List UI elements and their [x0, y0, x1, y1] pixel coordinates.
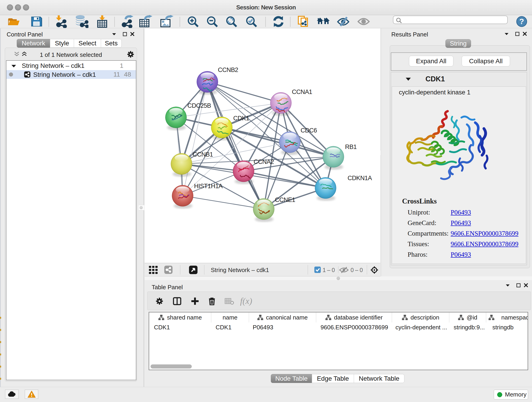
- warning-button[interactable]: [25, 390, 38, 399]
- status-bar: Memory: [0, 387, 532, 402]
- crosslink-link[interactable]: P06493: [451, 251, 471, 258]
- tab-style[interactable]: Style: [50, 39, 74, 48]
- graph-node-RB1[interactable]: [323, 146, 344, 170]
- graph-edge-CCNB2-HIST1H1A[interactable]: [183, 82, 207, 196]
- search-input[interactable]: [393, 16, 508, 24]
- hide-selected-icon[interactable]: [337, 16, 350, 27]
- float-panel-icon[interactable]: [505, 32, 509, 35]
- tab-select[interactable]: Select: [74, 39, 101, 48]
- tab-network[interactable]: Network: [17, 39, 50, 48]
- zoom-fit-icon[interactable]: [225, 16, 237, 27]
- graph-node-CCNA1[interactable]: [270, 92, 292, 116]
- background-artifact-dot: [0, 378, 1, 380]
- graph-edge-CCNA2-CDKN1A[interactable]: [244, 171, 326, 188]
- function-builder-icon[interactable]: f(x): [240, 296, 252, 306]
- horizontal-scrollbar[interactable]: [151, 364, 192, 369]
- left-splitter-handle[interactable]: [139, 205, 144, 211]
- collapse-gene-icon[interactable]: [405, 77, 411, 81]
- crosslink-link[interactable]: 9606.ENSP00000378699: [451, 240, 519, 248]
- delete-column-icon[interactable]: [208, 297, 216, 306]
- home-layout-icon[interactable]: [317, 16, 331, 27]
- maximize-panel-icon[interactable]: [515, 32, 519, 36]
- graph-node-CDC6[interactable]: [279, 132, 301, 155]
- column-header-database-identifier[interactable]: database identifier: [316, 313, 392, 322]
- column-header-shared-name[interactable]: shared name: [149, 313, 211, 322]
- help-icon[interactable]: ?: [516, 16, 527, 27]
- crosslink-link[interactable]: P06493: [451, 209, 471, 216]
- tab-string[interactable]: String: [445, 39, 471, 48]
- expand-all-button[interactable]: Expand All: [409, 56, 453, 66]
- save-session-icon[interactable]: [31, 16, 43, 27]
- export-image-icon[interactable]: [160, 15, 174, 28]
- cell-description[interactable]: cyclin-dependent ...: [395, 324, 447, 331]
- gene-section-header[interactable]: CDK1: [391, 72, 527, 86]
- graph-edge-CCNB2-CCNE1[interactable]: [207, 82, 264, 209]
- split-view-icon[interactable]: [173, 297, 181, 306]
- graph-node-HIST1H1A[interactable]: [172, 185, 193, 209]
- cell-name[interactable]: CDK1: [215, 324, 231, 331]
- close-panel-icon[interactable]: [523, 32, 527, 36]
- show-all-icon[interactable]: [357, 17, 370, 26]
- graph-node-CDK1[interactable]: [211, 117, 233, 140]
- selected-checkbox[interactable]: [314, 267, 321, 273]
- cell-namespace[interactable]: stringdb: [492, 324, 514, 331]
- cell-canonical-name[interactable]: P06493: [253, 324, 273, 331]
- graph-node-CCNB2[interactable]: [197, 71, 218, 95]
- tree-expander-icon[interactable]: [11, 64, 16, 68]
- birds-eye-icon[interactable]: [370, 266, 379, 274]
- maximize-panel-icon[interactable]: [123, 32, 127, 36]
- column-header-description[interactable]: description: [392, 313, 449, 322]
- grid-view-icon[interactable]: [149, 266, 160, 274]
- float-panel-icon[interactable]: [506, 284, 510, 287]
- zoom-out-icon[interactable]: [206, 16, 218, 27]
- network-options-gear-icon[interactable]: [127, 50, 135, 58]
- export-table-icon[interactable]: [139, 15, 152, 28]
- collapse-all-button[interactable]: Collapse All: [462, 56, 510, 66]
- delete-table-icon[interactable]: [225, 298, 234, 305]
- import-table-database-icon[interactable]: [75, 15, 89, 28]
- memory-button[interactable]: Memory: [494, 390, 528, 400]
- graph-edge-CCNB2-CCNA1[interactable]: [207, 82, 281, 103]
- cell-id[interactable]: stringdb:9...: [454, 324, 485, 331]
- network-canvas[interactable]: CCNB2CCNA1CDC25BCDK1CDC6RB1CCNB1CCNA2CDK…: [145, 28, 380, 263]
- column-header-namespace[interactable]: namespace: [486, 313, 528, 322]
- share-view-button[interactable]: [164, 266, 172, 274]
- zoom-in-icon[interactable]: [187, 16, 199, 27]
- zoom-selected-icon[interactable]: [245, 16, 257, 27]
- tab-network-table[interactable]: Network Table: [354, 374, 404, 383]
- open-file-icon[interactable]: [7, 16, 20, 27]
- column-header-id[interactable]: @id: [449, 313, 486, 322]
- open-in-window-button[interactable]: [189, 266, 197, 274]
- crosslink-label: Tissues:: [408, 240, 429, 248]
- tab-node-table[interactable]: Node Table: [271, 374, 312, 383]
- crosslink-link[interactable]: P06493: [451, 219, 471, 227]
- copy-style-icon[interactable]: [298, 15, 310, 28]
- graph-node-CDKN1A[interactable]: [315, 177, 336, 201]
- add-column-icon[interactable]: [191, 297, 199, 306]
- network-collection-row[interactable]: String Network – cdk1 1: [6, 61, 136, 70]
- graph-node-CDC25B[interactable]: [165, 107, 187, 130]
- horizontal-splitter[interactable]: [145, 276, 532, 280]
- tab-edge-table[interactable]: Edge Table: [312, 374, 354, 383]
- graph-node-CCNB1[interactable]: [171, 153, 192, 177]
- export-network-icon[interactable]: [120, 15, 134, 28]
- refresh-icon[interactable]: [272, 16, 285, 27]
- column-header-canonical-name[interactable]: canonical name: [249, 313, 316, 322]
- maximize-panel-icon[interactable]: [516, 283, 520, 287]
- float-panel-icon[interactable]: [112, 33, 116, 36]
- node-table[interactable]: shared name name canonical name database…: [149, 312, 528, 370]
- close-panel-icon[interactable]: [524, 283, 528, 287]
- crosslink-link[interactable]: 9606.ENSP00000378699: [451, 230, 519, 237]
- cell-database-identifier[interactable]: 9606.ENSP00000378699: [321, 324, 388, 331]
- network-row-selected[interactable]: String Network – cdk1 11 48: [6, 70, 136, 79]
- close-panel-icon[interactable]: [130, 32, 134, 36]
- cloud-button[interactable]: [5, 390, 19, 399]
- column-header-name[interactable]: name: [211, 313, 249, 322]
- import-network-icon[interactable]: [54, 15, 68, 28]
- table-settings-gear-icon[interactable]: [155, 297, 164, 306]
- tab-sets[interactable]: Sets: [101, 39, 122, 48]
- import-table-file-icon[interactable]: [96, 15, 108, 28]
- cell-shared-name[interactable]: CDK1: [154, 324, 170, 331]
- graph-node-CCNA2[interactable]: [233, 161, 254, 184]
- graph-node-CCNE1[interactable]: [253, 198, 274, 222]
